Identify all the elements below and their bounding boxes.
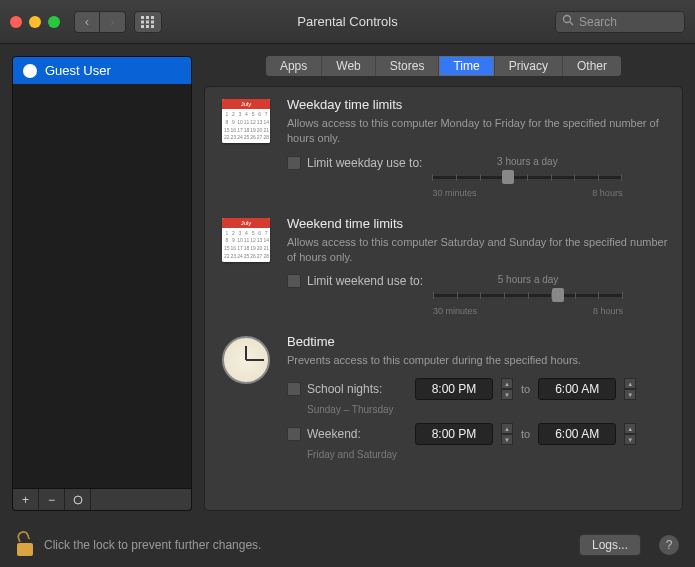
- lock-text: Click the lock to prevent further change…: [44, 538, 569, 552]
- svg-rect-4: [146, 20, 149, 23]
- tab-apps[interactable]: Apps: [266, 56, 322, 76]
- checkbox-icon: [287, 156, 301, 170]
- search-placeholder: Search: [579, 15, 617, 29]
- back-button[interactable]: ‹: [74, 11, 100, 33]
- weekend-bedtime-checkbox[interactable]: Weekend:: [287, 427, 407, 441]
- weekend-title: Weekend time limits: [287, 216, 668, 231]
- bedtime-section: Bedtime Prevents access to this computer…: [219, 334, 668, 468]
- school-from-time[interactable]: 8:00 PM: [415, 378, 493, 400]
- settings-panel: July 12345678910111213141516171819202122…: [204, 86, 683, 511]
- checkbox-icon: [287, 274, 301, 288]
- weekend-min: 30 minutes: [433, 306, 477, 316]
- weekend-to-time[interactable]: 6:00 AM: [538, 423, 616, 445]
- weekday-desc: Allows access to this computer Monday to…: [287, 116, 668, 146]
- time-stepper[interactable]: ▲▼: [501, 423, 513, 445]
- school-note: Sunday – Thursday: [307, 404, 668, 415]
- logs-button[interactable]: Logs...: [579, 534, 641, 556]
- bedtime-title: Bedtime: [287, 334, 668, 349]
- weekday-checkbox[interactable]: Limit weekday use to:: [287, 156, 422, 170]
- calendar-icon: July 12345678910111213141516171819202122…: [222, 218, 270, 262]
- tab-privacy[interactable]: Privacy: [495, 56, 563, 76]
- school-to-time[interactable]: 6:00 AM: [538, 378, 616, 400]
- weekday-max: 8 hours: [592, 188, 622, 198]
- time-stepper[interactable]: ▲▼: [624, 423, 636, 445]
- user-avatar-icon: [23, 64, 37, 78]
- svg-rect-1: [146, 16, 149, 19]
- svg-rect-2: [151, 16, 154, 19]
- search-field[interactable]: Search: [555, 11, 685, 33]
- zoom-icon[interactable]: [48, 16, 60, 28]
- close-icon[interactable]: [10, 16, 22, 28]
- calendar-icon: July 12345678910111213141516171819202122…: [222, 99, 270, 143]
- svg-line-10: [570, 22, 573, 25]
- weekend-bedtime-note: Friday and Saturday: [307, 449, 668, 460]
- user-sidebar: Guest User + −: [12, 56, 192, 511]
- svg-rect-8: [151, 25, 154, 28]
- user-list[interactable]: Guest User: [12, 56, 192, 489]
- weekday-title: Weekday time limits: [287, 97, 668, 112]
- time-stepper[interactable]: ▲▼: [501, 378, 513, 400]
- user-name: Guest User: [45, 63, 111, 78]
- tab-web[interactable]: Web: [322, 56, 375, 76]
- checkbox-icon: [287, 382, 301, 396]
- add-user-button[interactable]: +: [13, 489, 39, 510]
- tab-stores[interactable]: Stores: [376, 56, 440, 76]
- svg-point-11: [74, 496, 82, 504]
- help-button[interactable]: ?: [659, 535, 679, 555]
- weekend-desc: Allows access to this computer Saturday …: [287, 235, 668, 265]
- weekend-max: 8 hours: [593, 306, 623, 316]
- weekday-section: July 12345678910111213141516171819202122…: [219, 97, 668, 198]
- footer: Click the lock to prevent further change…: [0, 523, 695, 567]
- weekend-slider-value: 5 hours a day: [433, 274, 623, 285]
- svg-rect-5: [151, 20, 154, 23]
- slider-thumb-icon[interactable]: [502, 170, 514, 184]
- weekend-checkbox[interactable]: Limit weekend use to:: [287, 274, 423, 288]
- lock-icon[interactable]: [16, 534, 34, 556]
- tab-bar: Apps Web Stores Time Privacy Other: [266, 56, 621, 76]
- window-title: Parental Controls: [297, 14, 397, 29]
- bedtime-desc: Prevents access to this computer during …: [287, 353, 668, 368]
- weekday-min: 30 minutes: [432, 188, 476, 198]
- svg-rect-7: [146, 25, 149, 28]
- minimize-icon[interactable]: [29, 16, 41, 28]
- clock-icon: [222, 336, 270, 384]
- checkbox-icon: [287, 427, 301, 441]
- remove-user-button[interactable]: −: [39, 489, 65, 510]
- school-nights-checkbox[interactable]: School nights:: [287, 382, 407, 396]
- show-all-button[interactable]: [134, 11, 162, 33]
- slider-thumb-icon[interactable]: [552, 288, 564, 302]
- weekday-slider[interactable]: [432, 169, 622, 185]
- weekend-from-time[interactable]: 8:00 PM: [415, 423, 493, 445]
- forward-button[interactable]: ›: [100, 11, 126, 33]
- titlebar: ‹ › Parental Controls Search: [0, 0, 695, 44]
- svg-rect-6: [141, 25, 144, 28]
- sidebar-toolbar: + −: [12, 489, 192, 511]
- tab-time[interactable]: Time: [439, 56, 494, 76]
- search-icon: [562, 14, 574, 29]
- svg-point-9: [564, 16, 571, 23]
- svg-rect-0: [141, 16, 144, 19]
- user-row-guest[interactable]: Guest User: [13, 57, 191, 84]
- user-action-button[interactable]: [65, 489, 91, 510]
- weekday-slider-value: 3 hours a day: [432, 156, 622, 167]
- weekend-slider[interactable]: [433, 287, 623, 303]
- svg-rect-3: [141, 20, 144, 23]
- weekend-section: July 12345678910111213141516171819202122…: [219, 216, 668, 317]
- tab-other[interactable]: Other: [563, 56, 621, 76]
- window-controls: [10, 16, 60, 28]
- time-stepper[interactable]: ▲▼: [624, 378, 636, 400]
